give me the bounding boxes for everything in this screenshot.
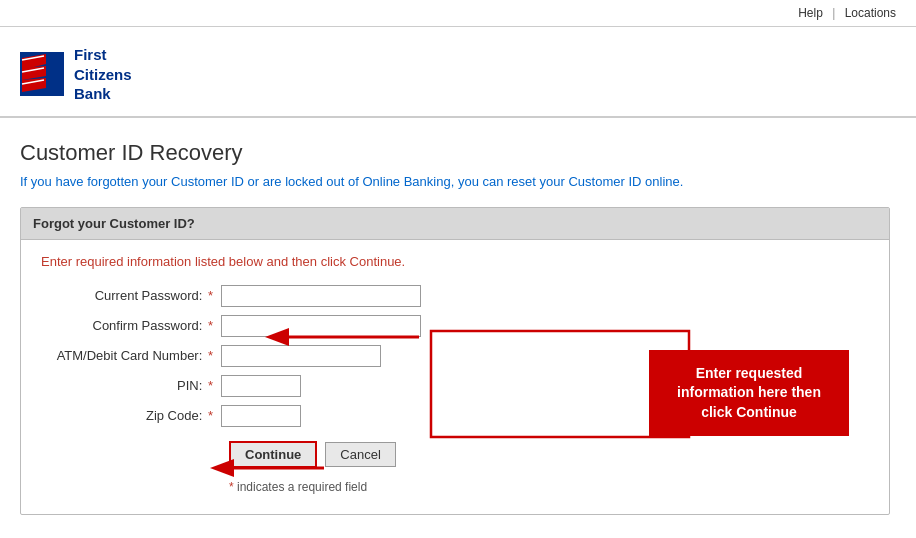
required-star-5: * xyxy=(208,408,213,423)
top-navigation: Help | Locations xyxy=(0,0,916,27)
main-content: Customer ID Recovery If you have forgott… xyxy=(0,118,900,537)
cancel-button[interactable]: Cancel xyxy=(325,442,395,467)
page-subtitle: If you have forgotten your Customer ID o… xyxy=(20,174,880,189)
confirm-password-label: Confirm Password: * xyxy=(41,318,221,333)
current-password-input[interactable] xyxy=(221,285,421,307)
page-title: Customer ID Recovery xyxy=(20,140,880,166)
nav-divider: | xyxy=(832,6,835,20)
locations-link[interactable]: Locations xyxy=(845,6,896,20)
logo: First Citizens Bank xyxy=(20,45,132,104)
required-note-text: indicates a required field xyxy=(237,480,367,494)
current-password-label: Current Password: * xyxy=(41,288,221,303)
arrow-to-password-icon xyxy=(261,323,421,351)
annotation-callout: Enter requested information here then cl… xyxy=(649,350,849,437)
required-star: * xyxy=(208,288,213,303)
form-box-body: Enter required information listed below … xyxy=(21,240,889,514)
site-header: First Citizens Bank xyxy=(0,27,916,118)
atm-card-label: ATM/Debit Card Number: * xyxy=(41,348,221,363)
customer-id-recovery-form: Forgot your Customer ID? Enter required … xyxy=(20,207,890,515)
pin-label: PIN: * xyxy=(41,378,221,393)
zip-code-input[interactable] xyxy=(221,405,301,427)
arrow-to-zip-icon xyxy=(206,454,326,482)
pin-input[interactable] xyxy=(221,375,301,397)
form-instruction: Enter required information listed below … xyxy=(41,254,869,269)
bank-name: First Citizens Bank xyxy=(74,45,132,104)
required-star-3: * xyxy=(208,348,213,363)
help-link[interactable]: Help xyxy=(798,6,823,20)
required-star-icon: * xyxy=(229,480,234,494)
bank-logo-icon xyxy=(20,52,64,96)
required-star-4: * xyxy=(208,378,213,393)
current-password-row: Current Password: * xyxy=(41,285,869,307)
zip-code-label: Zip Code: * xyxy=(41,408,221,423)
form-box-header: Forgot your Customer ID? xyxy=(21,208,889,240)
required-star-2: * xyxy=(208,318,213,333)
